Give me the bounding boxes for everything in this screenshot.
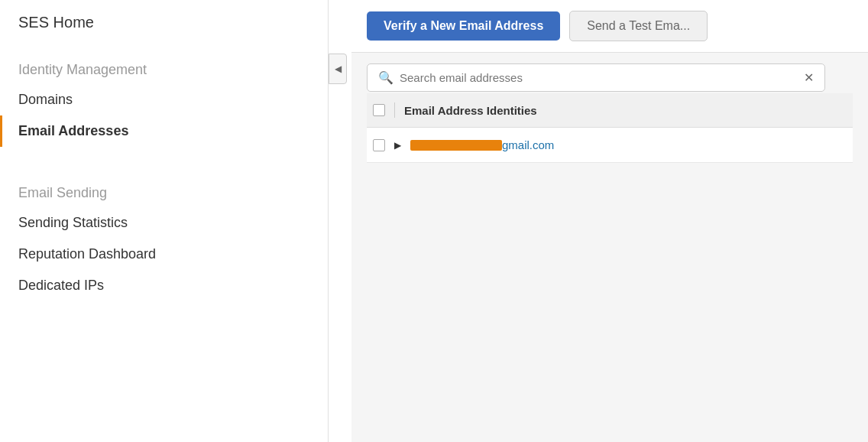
redacted-email-prefix [410, 140, 502, 151]
table-area: Email Address Identities ▶ gmail.com [351, 92, 868, 442]
select-all-checkbox[interactable] [373, 104, 385, 116]
sidebar-item-domains[interactable]: Domains [0, 84, 328, 115]
sidebar-item-sending-statistics[interactable]: Sending Statistics [0, 207, 328, 239]
search-container: 🔍 ✕ [367, 63, 825, 92]
search-area: 🔍 ✕ [351, 52, 868, 92]
sidebar-item-ses-home[interactable]: SES Home [0, 0, 328, 47]
sidebar: SES Home Identity Management Domains Ema… [0, 0, 329, 442]
search-icon: 🔍 [378, 70, 394, 85]
sidebar-section-email-sending: Email Sending [0, 170, 328, 207]
table-row: ▶ gmail.com [367, 128, 853, 163]
row-checkbox[interactable] [373, 139, 385, 151]
action-bar: Verify a New Email Address Send a Test E… [351, 0, 868, 52]
collapse-icon: ◀ [335, 63, 342, 74]
sidebar-item-domains-label: Domains [18, 92, 73, 108]
email-suffix: gmail.com [502, 138, 554, 151]
sidebar-item-sending-statistics-label: Sending Statistics [18, 215, 128, 231]
sidebar-item-dedicated-ips[interactable]: Dedicated IPs [0, 270, 328, 301]
search-input[interactable] [400, 71, 798, 84]
sidebar-section-identity: Identity Management [0, 47, 328, 84]
send-test-email-button[interactable]: Send a Test Ema... [569, 11, 708, 41]
collapse-sidebar-button[interactable]: ◀ [329, 54, 347, 84]
main-content: Verify a New Email Address Send a Test E… [351, 0, 868, 442]
clear-search-button[interactable]: ✕ [804, 70, 814, 85]
email-address-identities-column-header: Email Address Identities [404, 104, 537, 117]
table-header: Email Address Identities [367, 93, 853, 128]
sidebar-item-email-addresses[interactable]: Email Addresses [0, 115, 328, 147]
sidebar-item-reputation-dashboard[interactable]: Reputation Dashboard [0, 239, 328, 270]
sidebar-collapse-area: ◀ [329, 0, 351, 442]
row-expand-icon[interactable]: ▶ [394, 140, 401, 151]
email-address-link[interactable]: gmail.com [410, 138, 554, 151]
header-divider [394, 102, 395, 118]
sidebar-item-reputation-dashboard-label: Reputation Dashboard [18, 246, 156, 262]
verify-new-email-button[interactable]: Verify a New Email Address [367, 11, 560, 41]
sidebar-item-dedicated-ips-label: Dedicated IPs [18, 278, 104, 294]
sidebar-item-email-addresses-label: Email Addresses [18, 123, 128, 139]
